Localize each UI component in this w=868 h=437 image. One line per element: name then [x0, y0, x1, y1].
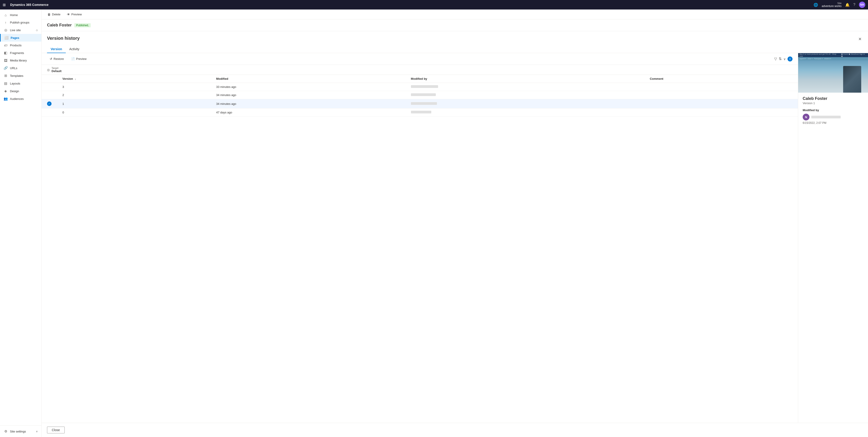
restore-label: Restore	[54, 57, 64, 61]
sidebar-item-label: Audiences	[10, 97, 24, 100]
table-area: ↺ Restore 📄 Preview ▽ ⇅ ∨ i	[41, 53, 347, 175]
row-check-2	[41, 91, 57, 99]
sidebar-nav: ⌂ Home ↑ Publish groups ◎ Live site ◇ ⬜ …	[0, 9, 41, 175]
sidebar-item-label: URLs	[10, 66, 18, 70]
sidebar-item-label: Fragments	[10, 51, 24, 55]
target-icon: ◎	[47, 68, 50, 72]
products-icon: 🏷	[4, 43, 8, 47]
sidebar-item-live-site[interactable]: ◎ Live site ◇	[0, 26, 41, 34]
target-label: Target	[52, 67, 61, 69]
page-toolbar: 🗑 Delete 👁 Preview	[41, 9, 347, 20]
sidebar-item-templates[interactable]: ⊞ Templates	[0, 72, 41, 80]
sidebar-item-pages[interactable]: ⬜ Pages	[0, 34, 41, 41]
modal-tabs: Version Activity	[47, 45, 83, 53]
content-area: ‹ Outline ≡ Adven Apparel Gear Participa…	[41, 31, 347, 175]
modal-header-left: Version history Version Activity	[47, 36, 83, 53]
modal-body: ↺ Restore 📄 Preview ▽ ⇅ ∨ i	[41, 53, 347, 175]
sidebar-item-label: Pages	[11, 36, 19, 39]
row-check-3	[41, 83, 57, 91]
sidebar-item-publish-groups[interactable]: ↑ Publish groups	[0, 19, 41, 26]
main-content: 🗑 Delete 👁 Preview Caleb Foster Publishe…	[41, 9, 347, 175]
design-icon: ◈	[4, 89, 8, 93]
live-site-icon: ◎	[4, 28, 8, 32]
preview-version-label: Preview	[76, 57, 87, 61]
sidebar-item-products[interactable]: 🏷 Products	[0, 41, 41, 49]
preview-doc-icon: 📄	[71, 57, 75, 61]
media-library-icon: 🖼	[4, 59, 8, 62]
version-history-modal: Version history Version Activity ✕ ↺ Res…	[41, 31, 347, 175]
row-check-0	[41, 108, 57, 117]
tab-activity[interactable]: Activity	[66, 45, 83, 53]
page-title: Caleb Foster	[47, 23, 72, 28]
target-value: Default	[52, 69, 61, 73]
templates-icon: ⊞	[4, 74, 8, 78]
col-version[interactable]: Version ↓	[57, 75, 211, 83]
version-table: Version ↓ Modified Modified by Comment	[41, 75, 347, 117]
page-header: Caleb Foster Published,	[41, 20, 347, 31]
urls-icon: 🔗	[4, 66, 8, 70]
fragments-icon: ◧	[4, 51, 8, 55]
publish-groups-icon: ↑	[4, 21, 8, 24]
col-check	[41, 75, 57, 83]
target-info: ◎ Target Default	[41, 65, 347, 75]
modal-toolbar: ↺ Restore 📄 Preview ▽ ⇅ ∨ i	[41, 53, 347, 65]
sidebar: ⌂ Home ↑ Publish groups ◎ Live site ◇ ⬜ …	[0, 9, 41, 175]
app-title: Dynamics 365 Commerce	[10, 3, 49, 6]
sidebar-item-layouts[interactable]: ▤ Layouts	[0, 80, 41, 87]
sidebar-item-label: Design	[10, 90, 19, 93]
top-bar: ⊞ Dynamics 365 Commerce 🌐 Site adventure…	[0, 0, 347, 9]
preview-version-button[interactable]: 📄 Preview	[68, 56, 89, 62]
sidebar-item-audiences[interactable]: 👥 Audiences	[0, 95, 41, 102]
modal-header: Version history Version Activity ✕	[41, 31, 347, 53]
modified-time-3: 33 minutes ago	[211, 83, 347, 91]
col-modified: Modified	[211, 75, 347, 83]
sidebar-item-label: Templates	[10, 74, 23, 77]
table-header-row: Version ↓ Modified Modified by Comment	[41, 75, 347, 83]
restore-button[interactable]: ↺ Restore	[47, 56, 67, 62]
table-row[interactable]: 3 33 minutes ago	[41, 83, 347, 91]
sidebar-item-label: Publish groups	[10, 21, 29, 24]
sidebar-item-fragments[interactable]: ◧ Fragments	[0, 49, 41, 57]
sidebar-item-label: Live site	[10, 28, 21, 32]
preview-icon: 👁	[67, 13, 70, 16]
sidebar-item-media-library[interactable]: 🖼 Media library	[0, 57, 41, 64]
version-number-1: 1	[57, 99, 211, 108]
modal-title: Version history	[47, 36, 83, 43]
row-check-1: ✓	[41, 99, 57, 108]
version-number-0: 0	[57, 108, 211, 117]
table-row[interactable]: 2 34 minutes ago	[41, 91, 347, 99]
sidebar-item-label: Layouts	[10, 82, 20, 85]
modified-time-0: 47 days ago	[211, 108, 347, 117]
layouts-icon: ▤	[4, 81, 8, 85]
sidebar-item-urls[interactable]: 🔗 URLs	[0, 64, 41, 72]
modified-time-1: 34 minutes ago	[211, 99, 347, 108]
waffle-icon[interactable]: ⊞	[3, 3, 6, 7]
tab-version[interactable]: Version	[47, 45, 66, 53]
target-details: Target Default	[52, 67, 61, 73]
page-status-badge: Published,	[74, 23, 91, 27]
modified-time-2: 34 minutes ago	[211, 91, 347, 99]
table-row[interactable]: 0 47 days ago	[41, 108, 347, 117]
sort-indicator: ↓	[75, 77, 76, 80]
table-row-selected[interactable]: ✓ 1 34 minutes ago	[41, 99, 347, 108]
audiences-icon: 👥	[4, 97, 8, 101]
sidebar-item-label: Products	[10, 43, 22, 47]
home-icon: ⌂	[4, 13, 8, 17]
delete-icon: 🗑	[48, 13, 51, 16]
table-body: 3 33 minutes ago 2 34 minutes ago	[41, 83, 347, 117]
selected-check: ✓	[47, 101, 52, 106]
chevron-icon: ◇	[36, 29, 38, 32]
delete-button[interactable]: 🗑 Delete	[45, 11, 63, 18]
restore-icon: ↺	[50, 57, 52, 61]
sidebar-item-home[interactable]: ⌂ Home	[0, 11, 41, 19]
pages-icon: ⬜	[4, 36, 8, 40]
preview-button[interactable]: 👁 Preview	[65, 11, 84, 18]
sidebar-item-label: Media library	[10, 59, 27, 62]
sidebar-item-label: Home	[10, 13, 18, 17]
version-number-3: 3	[57, 83, 211, 91]
sidebar-item-design[interactable]: ◈ Design	[0, 87, 41, 95]
version-number-2: 2	[57, 91, 211, 99]
table-header: Version ↓ Modified Modified by Comment	[41, 75, 347, 83]
